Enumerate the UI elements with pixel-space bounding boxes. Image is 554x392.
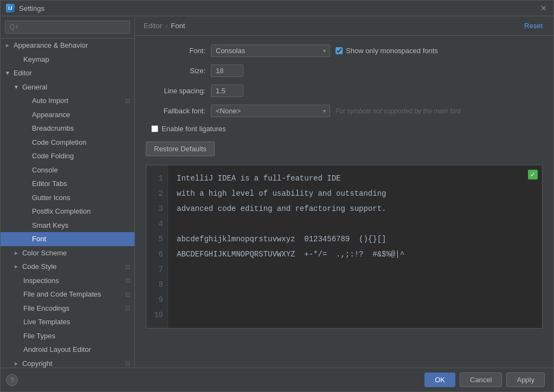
sidebar-item-file-and-code-templates[interactable]: File and Code Templates⊡ [1,287,134,301]
code-line-1: IntelliJ IDEA is a full-featured IDE [177,171,533,186]
line-spacing-input[interactable] [211,85,243,97]
sidebar-item-copyright[interactable]: ►Copyright⊡ [1,357,134,368]
sidebar-label-code-style: Code Style [22,261,57,272]
sidebar-label-file-and-code-templates: File and Code Templates [23,289,101,300]
sidebar-label-keymap: Keymap [23,54,49,65]
size-input[interactable] [211,65,243,77]
sidebar-item-color-scheme[interactable]: ►Color Scheme [1,246,134,260]
title-bar: IJ Settings ✕ [1,1,553,16]
code-line-10 [177,307,533,323]
line-number-6: 6 [151,247,163,262]
sidebar: ►Appearance & BehaviorKeymap▼Editor▼Gene… [1,16,135,368]
line-number-1: 1 [151,171,163,186]
preview-inner: 12345678910 IntelliJ IDEA is a full-feat… [146,165,542,328]
arrow-icon-appearance-behavior: ► [5,41,10,49]
sidebar-item-keymap[interactable]: Keymap [1,53,134,67]
reset-button[interactable]: Reset [522,21,545,31]
fallback-font-select-wrapper: <None> [211,105,330,117]
main-panel: Editor › Font Reset Font: Consolas Couri… [135,16,553,368]
close-button[interactable]: ✕ [539,4,548,12]
sidebar-item-editor-tabs[interactable]: Editor Tabs [1,177,134,191]
panel-content: Font: Consolas Courier New DejaVu Sans M… [135,36,553,368]
size-row: Size: [146,65,543,77]
restore-defaults-button[interactable]: Restore Defaults [146,142,215,156]
sidebar-item-console[interactable]: Console [1,163,134,177]
line-number-5: 5 [151,232,163,247]
preview-area: 12345678910 IntelliJ IDEA is a full-feat… [146,165,543,329]
sidebar-item-file-types[interactable]: File Types [1,329,134,343]
code-line-3: advanced code editing and refactoring su… [177,201,533,216]
apply-button[interactable]: Apply [506,372,545,387]
ligatures-label[interactable]: Enable font ligatures [162,125,226,133]
sidebar-item-code-completion[interactable]: Code Completion [1,136,134,150]
sidebar-item-postfix-completion[interactable]: Postfix Completion [1,204,134,219]
code-line-7 [177,262,533,277]
sidebar-item-font[interactable]: Font [1,232,134,246]
sidebar-label-auto-import: Auto Import [32,95,68,106]
line-number-10: 10 [151,307,163,323]
font-select[interactable]: Consolas Courier New DejaVu Sans Mono Fi… [211,44,330,57]
monospaced-label[interactable]: Show only monospaced fonts [346,47,438,55]
size-label: Size: [146,67,205,75]
font-row: Font: Consolas Courier New DejaVu Sans M… [146,44,543,57]
sidebar-label-gutter-icons: Gutter Icons [32,192,70,203]
cancel-button[interactable]: Cancel [460,372,502,387]
arrow-icon-copyright: ► [14,359,19,368]
sidebar-label-appearance-behavior: Appearance & Behavior [14,40,88,51]
ok-button[interactable]: OK [424,372,455,387]
sidebar-label-breadcrumbs: Breadcrumbs [32,123,74,134]
code-line-6: ABCDEFGHIJKLMNOPQRSTUVWXYZ +-*/= .,;:!? … [177,247,533,262]
code-line-9 [177,292,533,307]
help-button[interactable]: ? [6,374,18,386]
sidebar-label-android-layout-editor: Android Layout Editor [23,344,91,355]
badge-icon-copyright: ⊡ [125,359,130,368]
window-title: Settings [19,4,44,12]
search-box [1,16,134,38]
sidebar-item-file-encodings[interactable]: File Encodings⊡ [1,301,134,316]
tree-container: ►Appearance & BehaviorKeymap▼Editor▼Gene… [1,38,134,368]
arrow-icon-color-scheme: ► [14,249,19,257]
sidebar-item-editor[interactable]: ▼Editor [1,66,134,80]
settings-window: IJ Settings ✕ ►Appearance & BehaviorKeym… [0,0,554,392]
line-number-7: 7 [151,262,163,277]
sidebar-item-android-layout-editor[interactable]: Android Layout Editor [1,343,134,357]
sidebar-item-gutter-icons[interactable]: Gutter Icons [1,191,134,205]
sidebar-item-code-folding[interactable]: Code Folding [1,149,134,163]
monospaced-checkbox[interactable] [336,47,343,54]
badge-icon-file-encodings: ⊡ [125,304,130,313]
sidebar-item-general[interactable]: ▼General [1,80,134,94]
badge-icon-inspections: ⊡ [125,276,130,285]
breadcrumb: Editor › Font [144,22,185,30]
sidebar-item-appearance[interactable]: Appearance [1,108,134,122]
sidebar-item-inspections[interactable]: Inspections⊡ [1,274,134,288]
breadcrumb-current: Font [171,22,185,30]
fallback-font-select[interactable]: <None> [211,105,330,117]
sidebar-label-smart-keys: Smart Keys [32,220,68,231]
monospaced-checkbox-row: Show only monospaced fonts [336,47,438,55]
ligatures-checkbox[interactable] [151,125,158,132]
sidebar-label-font: Font [32,234,46,245]
arrow-icon-editor: ▼ [5,69,10,77]
ligatures-row: Enable font ligatures [146,125,543,133]
arrow-icon-general: ▼ [14,83,19,91]
sidebar-item-smart-keys[interactable]: Smart Keys [1,219,134,233]
sidebar-item-auto-import[interactable]: Auto Import⊡ [1,94,134,108]
line-spacing-row: Line spacing: [146,85,543,97]
sidebar-item-appearance-behavior[interactable]: ►Appearance & Behavior [1,38,134,53]
preview-check-icon: ✓ [528,170,538,179]
fallback-font-label: Fallback font: [146,107,205,115]
sidebar-item-live-templates[interactable]: Live Templates [1,315,134,329]
search-input[interactable] [5,21,130,34]
badge-icon-auto-import: ⊡ [125,97,130,106]
font-select-wrapper: Consolas Courier New DejaVu Sans Mono Fi… [211,44,330,57]
fallback-font-hint: For symbols not supported by the main fo… [336,107,461,115]
sidebar-label-code-folding: Code Folding [32,151,74,162]
sidebar-label-file-encodings: File Encodings [23,303,69,314]
sidebar-item-breadcrumbs[interactable]: Breadcrumbs [1,121,134,136]
sidebar-item-code-style[interactable]: ►Code Style⊡ [1,260,134,274]
code-line-2: with a high level of usability and outst… [177,186,533,201]
line-number-9: 9 [151,292,163,307]
code-line-4 [177,216,533,232]
badge-icon-code-style: ⊡ [125,262,130,272]
line-numbers: 12345678910 [146,165,168,328]
